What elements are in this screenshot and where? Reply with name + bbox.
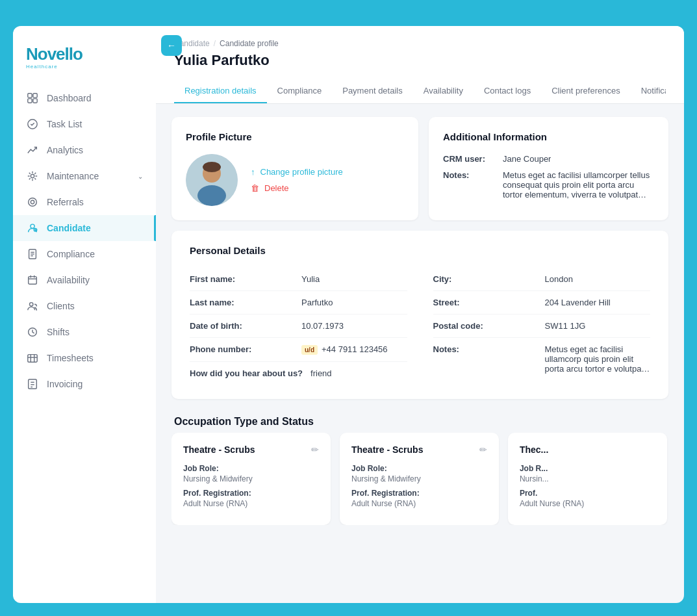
compliance-icon (26, 248, 39, 261)
dob-row: Date of birth: 10.07.1973 (190, 314, 407, 338)
crm-user-value: Jane Couper (503, 154, 551, 164)
shifts-icon (26, 326, 39, 339)
occupation-card-0: Theatre - Scrubs ✏ Job Role: Nursing & M… (171, 433, 331, 525)
occ-card-title-2: Thec... (520, 444, 548, 455)
logo: Novello Healthcare (13, 39, 156, 85)
occ-job-role-value-1: Nursing & Midwifery (351, 474, 487, 483)
tab-availability[interactable]: Availability (413, 79, 474, 103)
occ-prof-reg-2: Prof. Adult Nurse (RNA) (520, 489, 655, 508)
sidebar-label-maintenance: Maintenance (47, 171, 99, 181)
sidebar-item-clients[interactable]: Clients (13, 293, 156, 319)
tab-client-prefs[interactable]: Client preferences (541, 79, 631, 103)
city-label: City: (433, 274, 537, 284)
lastname-row: Last name: Parfutko (190, 291, 407, 314)
occ-job-role-2: Job R... Nursin... (520, 464, 655, 483)
phone-badge: u/d (301, 345, 318, 355)
tab-payment[interactable]: Payment details (332, 79, 413, 103)
logo-sub: Healthcare (26, 64, 82, 70)
chevron-down-icon: ⌄ (138, 173, 143, 180)
personal-details-title: Personal Details (190, 245, 650, 256)
sidebar-item-candidate[interactable]: Candidate (13, 215, 156, 241)
sidebar-item-dashboard[interactable]: Dashboard (13, 85, 156, 111)
sidebar-label-referrals: Referrals (47, 197, 84, 207)
sidebar: Novello Healthcare Dashboard (13, 26, 156, 603)
svg-point-5 (31, 174, 34, 177)
notes-row: Notes: Metus eget ac facilisi ullamcorpe… (443, 170, 654, 199)
sidebar-item-timesheets[interactable]: Timesheets (13, 345, 156, 371)
phone-label: Phone number: (190, 344, 294, 354)
occupation-section-title: Occupation Type and Status (174, 416, 314, 427)
occ-card-title-0: Theatre - Scrubs (183, 444, 255, 455)
occ-job-role-label-0: Job Role: (183, 464, 319, 473)
sidebar-label-analytics: Analytics (47, 145, 83, 155)
svg-point-6 (29, 198, 37, 207)
postal-value: SW11 1JG (545, 321, 586, 331)
trash-icon: 🗑 (251, 183, 259, 193)
svg-point-30 (203, 162, 221, 172)
top-cards-row: Profile Picture (171, 117, 668, 220)
sidebar-item-availability[interactable]: Availability (13, 267, 156, 293)
tab-notification[interactable]: Notification (631, 79, 666, 103)
sidebar-label-candidate: Candidate (47, 223, 91, 233)
avatar (186, 154, 238, 206)
change-profile-picture-button[interactable]: ↑ Change profile picture (251, 167, 343, 177)
sidebar-item-invoicing[interactable]: Invoicing (13, 371, 156, 397)
back-button[interactable]: ← (161, 35, 182, 56)
occ-prof-reg-label-0: Prof. Registration: (183, 489, 319, 498)
notes-label: Notes: (443, 170, 495, 199)
sidebar-item-tasklist[interactable]: Task List (13, 111, 156, 137)
page-title: Yulia Parfutko (174, 52, 666, 69)
sidebar-label-timesheets: Timesheets (47, 353, 94, 363)
city-value: London (545, 274, 573, 284)
referral-label: How did you hear about us? (190, 368, 303, 378)
occ-card-title-1: Theatre - Scrubs (351, 444, 423, 455)
upload-icon: ↑ (251, 167, 255, 177)
edit-icon-0[interactable]: ✏ (311, 444, 319, 455)
occ-card-header-1: Theatre - Scrubs ✏ (351, 444, 487, 455)
logo-text: Novello (26, 45, 82, 62)
occupation-cards: Theatre - Scrubs ✏ Job Role: Nursing & M… (171, 433, 668, 525)
occupation-section: Occupation Type and Status Theatre - Scr… (171, 409, 668, 525)
tab-registration[interactable]: Registration details (174, 79, 267, 103)
additional-info-card: Additional Information CRM user: Jane Co… (429, 117, 668, 220)
occ-job-role-value-2: Nursin... (520, 474, 655, 483)
sidebar-item-referrals[interactable]: Referrals (13, 189, 156, 215)
additional-info-title: Additional Information (443, 131, 654, 142)
profile-picture-card: Profile Picture (171, 117, 418, 220)
svg-point-18 (30, 303, 33, 306)
profile-picture-title: Profile Picture (186, 131, 404, 142)
delete-picture-button[interactable]: 🗑 Delete (251, 183, 343, 193)
firstname-row: First name: Yulia (190, 268, 407, 291)
sidebar-item-maintenance[interactable]: Maintenance ⌄ (13, 163, 156, 189)
occ-prof-reg-0: Prof. Registration: Adult Nurse (RNA) (183, 489, 319, 508)
page-header: Candidate / Candidate profile Yulia Parf… (156, 26, 684, 104)
svg-rect-0 (28, 94, 32, 97)
tab-compliance[interactable]: Compliance (267, 79, 333, 103)
edit-icon-1[interactable]: ✏ (479, 444, 487, 455)
occ-prof-reg-value-1: Adult Nurse (RNA) (351, 499, 487, 508)
occupation-card-2: Thec... Job R... Nursin... Prof. Adult N… (508, 433, 667, 525)
sidebar-label-availability: Availability (47, 275, 90, 285)
occ-prof-reg-value-2: Adult Nurse (RNA) (520, 499, 655, 508)
occupation-card-1: Theatre - Scrubs ✏ Job Role: Nursing & M… (340, 433, 499, 525)
svg-rect-20 (28, 355, 37, 363)
occ-prof-reg-label-1: Prof. Registration: (351, 489, 487, 498)
svg-rect-1 (33, 94, 37, 97)
occ-prof-reg-1: Prof. Registration: Adult Nurse (RNA) (351, 489, 487, 508)
dob-value: 10.07.1973 (301, 321, 344, 331)
sidebar-label-compliance: Compliance (47, 249, 95, 259)
sidebar-item-shifts[interactable]: Shifts (13, 319, 156, 345)
sidebar-item-compliance[interactable]: Compliance (13, 241, 156, 267)
tabs-bar: Registration details Compliance Payment … (174, 79, 666, 103)
tab-contact-logs[interactable]: Contact logs (474, 79, 541, 103)
timesheets-icon (26, 352, 39, 365)
occ-job-role-0: Job Role: Nursing & Midwifery (183, 464, 319, 483)
sidebar-item-analytics[interactable]: Analytics (13, 137, 156, 163)
crm-user-label: CRM user: (443, 154, 495, 164)
occ-job-role-1: Job Role: Nursing & Midwifery (351, 464, 487, 483)
phone-value: u/d+44 7911 123456 (301, 344, 388, 355)
notes-right-value: Metus eget ac facilisi ullamcorp quis pr… (545, 344, 651, 374)
svg-point-8 (31, 224, 34, 228)
lastname-label: Last name: (190, 298, 294, 307)
street-label: Street: (433, 298, 537, 307)
